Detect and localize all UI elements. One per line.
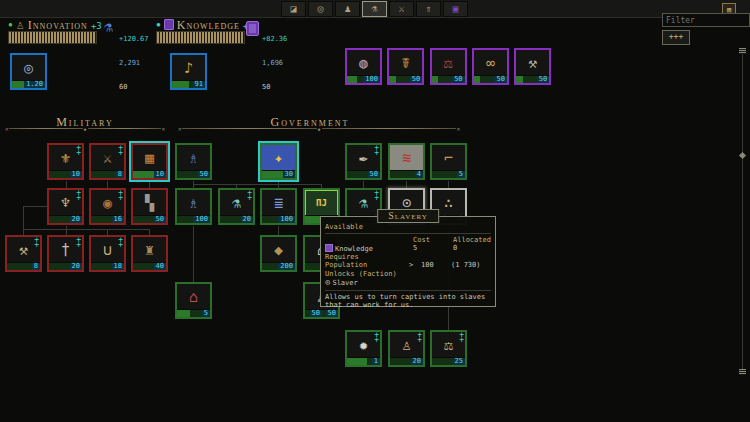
node-upgrade-plus-icon: ++ xyxy=(374,190,379,200)
tech-node-scales[interactable]: ⚖25++ xyxy=(430,330,467,367)
tech-node-stone-wall[interactable]: ▚50 xyxy=(131,188,168,225)
tech-node-tools[interactable]: ⚒50 xyxy=(514,48,551,85)
node-value-badge: 50 xyxy=(410,76,422,83)
topbar-research-button[interactable]: ⚗ xyxy=(362,1,387,17)
arena-icon: ◎ xyxy=(12,55,45,82)
book-icon: ✦ xyxy=(262,145,295,172)
knowledge-progress-bar xyxy=(156,31,245,44)
tech-node-catapult[interactable]: ♜40 xyxy=(131,235,168,272)
innovation-statue-icon: ♙ xyxy=(16,20,26,31)
tech-node-hand-axe[interactable]: ⚒8++ xyxy=(5,235,42,272)
innovation-stats: +120.67 2,291 60 xyxy=(119,19,149,107)
tech-node-gallows[interactable]: ⌐5 xyxy=(430,143,467,180)
tree-edge xyxy=(278,181,279,188)
binoculars-icon: ∞ xyxy=(474,50,507,77)
gallows-icon: ⌐ xyxy=(432,145,465,172)
tree-edge xyxy=(363,181,364,188)
innovation-label: Innovation xyxy=(28,18,88,32)
node-upgrade-plus-icon: ++ xyxy=(374,145,379,155)
knowledge-stock: 1,696 xyxy=(262,59,287,67)
topbar-population-button[interactable]: ♟ xyxy=(335,1,360,17)
node-value-badge: 91 xyxy=(193,81,205,88)
node-value-badge: 25 xyxy=(453,358,465,365)
node-value-badge: 10 xyxy=(70,171,82,178)
filter-input[interactable] xyxy=(662,13,750,27)
tech-node-sword[interactable]: †20++ xyxy=(47,235,84,272)
tree-edge xyxy=(194,184,322,185)
tech-node-horn[interactable]: ♪91 xyxy=(170,53,207,90)
tooltip-requires-label: Requires xyxy=(325,253,491,261)
tech-node-scrolls[interactable]: ≣100 xyxy=(260,188,297,225)
divider-end-icon: ✕ xyxy=(456,125,460,132)
eagle-gear-icon: ♗ xyxy=(177,190,210,217)
innovation-progress-bar xyxy=(8,31,97,44)
striped-shield-icon: ≋ xyxy=(390,145,423,172)
node-upgrade-plus-icon: ++ xyxy=(76,190,81,200)
node-value-badge: 50 xyxy=(154,216,166,223)
knowledge-stat-icon xyxy=(246,21,259,36)
tech-node-shield-banner[interactable]: ⚜10++ xyxy=(47,143,84,180)
node-upgrade-plus-icon: ++ xyxy=(118,237,123,247)
tech-node-shield-sword[interactable]: ⚔8++ xyxy=(89,143,126,180)
node-value-badge: 20 xyxy=(70,263,82,270)
topbar-factions-button[interactable]: ▣ xyxy=(443,1,468,17)
filter-expand-button[interactable]: +++ xyxy=(662,30,690,45)
scrollbar-thumb[interactable] xyxy=(739,152,746,159)
tech-node-quill[interactable]: ✒50++ xyxy=(345,143,382,180)
tech-node-round-shield[interactable]: ◉16++ xyxy=(89,188,126,225)
tech-node-eagle-gear[interactable]: ♗100 xyxy=(175,188,212,225)
topbar-growth-button[interactable]: ⇑ xyxy=(416,1,441,17)
tech-node-capitol-dome[interactable]: ⌂5 xyxy=(175,282,212,319)
tooltip-allocated-header: Allocated xyxy=(453,236,491,244)
research-screen: ◪◎♟⚗⚔⇑▣ ▤ ●♙Innovation+3 ⚗ +120.67 2,291… xyxy=(0,0,750,422)
tech-node-book[interactable]: ✦30 xyxy=(260,143,297,180)
tech-node-sunburst[interactable]: ✹1++ xyxy=(345,330,382,367)
tech-node-theater[interactable]: ◍100 xyxy=(345,48,382,85)
node-value-badge: 50 xyxy=(494,76,506,83)
medicine-icon: ☤ xyxy=(389,50,422,77)
node-value-badge: 5 xyxy=(457,171,465,178)
tooltip-allocated-value: 0 xyxy=(453,244,457,252)
scrollbar-track[interactable] xyxy=(742,50,743,375)
knowledge-cap: 50 xyxy=(262,83,287,91)
tech-node-bow[interactable]: ∪18++ xyxy=(89,235,126,272)
topbar-military-button[interactable]: ⚔ xyxy=(389,1,414,17)
scrollbar-bottom-grip[interactable] xyxy=(739,369,746,375)
tech-node-bag[interactable]: ◆200 xyxy=(260,235,297,272)
topbar-city-button[interactable]: ◎ xyxy=(308,1,333,17)
eagle-statue-icon: ♗ xyxy=(177,145,210,172)
innovation-cap: 60 xyxy=(119,83,149,91)
node-upgrade-plus-icon: ++ xyxy=(76,145,81,155)
node-value-badge: 18 xyxy=(112,263,124,270)
tech-node-palisade-wall[interactable]: ▦10 xyxy=(131,143,168,180)
divider-mid-icon: ◆ xyxy=(84,126,87,132)
justice-icon: ⚖ xyxy=(432,50,465,77)
tech-node-trident[interactable]: ♆20++ xyxy=(47,188,84,225)
divider-mid-icon: ◆ xyxy=(318,126,321,132)
node-value-badge: 30 xyxy=(283,171,295,178)
tech-node-eagle-statue[interactable]: ♗50 xyxy=(175,143,212,180)
tooltip-cost-header: Cost xyxy=(413,236,430,244)
tech-node-medicine[interactable]: ☤50 xyxy=(387,48,424,85)
tech-node-flask-figures[interactable]: ⚗20++ xyxy=(218,188,255,225)
innovation-rate: +120.67 xyxy=(119,35,149,43)
tooltip-current-value: (1 730) xyxy=(451,261,481,269)
node-value-badge: 20 xyxy=(241,216,253,223)
node-value2-badge: 50 xyxy=(310,310,322,317)
tree-edge xyxy=(23,206,49,207)
topbar-terrain-button[interactable]: ◪ xyxy=(281,1,306,17)
node-value-badge: 40 xyxy=(154,263,166,270)
knowledge-rate: +82.36 xyxy=(262,35,287,43)
tech-node-figure[interactable]: ♙20++ xyxy=(388,330,425,367)
knowledge-bullet-icon: ● xyxy=(156,20,162,29)
tooltip-cost-value: 5 xyxy=(413,244,417,252)
tech-node-striped-shield[interactable]: ≋4 xyxy=(388,143,425,180)
knowledge-label: Knowledge xyxy=(177,18,240,32)
horn-icon: ♪ xyxy=(172,55,205,82)
tech-node-binoculars[interactable]: ∞50 xyxy=(472,48,509,85)
tree-edge xyxy=(66,181,67,188)
scrollbar-top-grip[interactable] xyxy=(739,48,746,54)
tech-node-arena[interactable]: ◎1.20 xyxy=(10,53,47,90)
tech-node-justice[interactable]: ⚖50 xyxy=(430,48,467,85)
node-value-badge: 50 xyxy=(452,76,464,83)
